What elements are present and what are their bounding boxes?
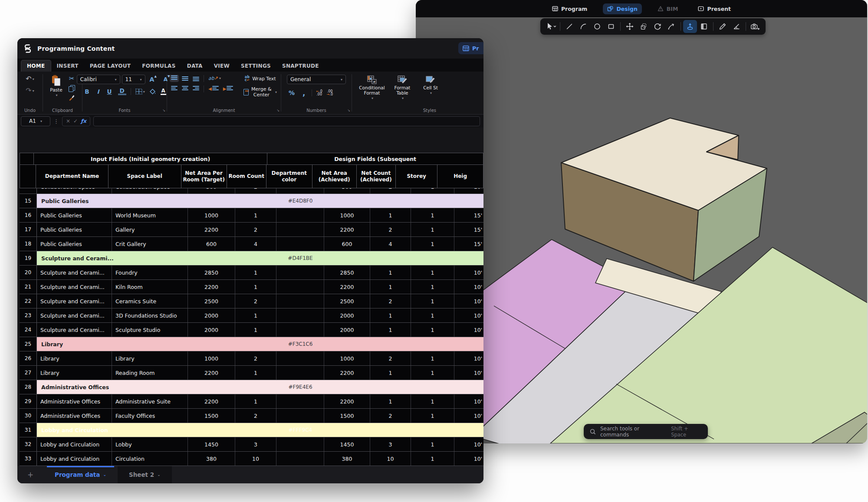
cell[interactable]: Collaboration Space — [112, 188, 188, 194]
cell[interactable]: 600 — [188, 237, 235, 251]
cell[interactable] — [276, 266, 324, 279]
cell[interactable]: 2500 — [188, 294, 235, 308]
cell[interactable]: 1 — [411, 223, 454, 236]
cell[interactable]: 2200 — [188, 366, 235, 380]
cell[interactable]: 1 — [411, 266, 454, 279]
cell[interactable]: Library — [37, 351, 112, 365]
cell[interactable]: Sculpture and Cerami... — [37, 323, 112, 337]
protractor-tool-button[interactable] — [730, 20, 743, 33]
cell[interactable]: 1 — [370, 266, 411, 279]
cell[interactable]: Crit Gallery — [112, 237, 188, 251]
cell[interactable]: 10' — [454, 188, 483, 194]
dialog-launcher-icon[interactable]: ↘ — [276, 108, 279, 112]
column-header[interactable]: Net Area (Achieved) — [312, 165, 357, 188]
cell[interactable]: 4 — [370, 237, 411, 251]
cell[interactable] — [276, 437, 324, 451]
align-top-button[interactable] — [170, 75, 179, 82]
cell[interactable]: 600 — [324, 237, 370, 251]
ribbon-tab-snaptrude[interactable]: SNAPTRUDE — [276, 60, 325, 72]
cell-styles-button[interactable]: Cell St ▾ — [419, 75, 442, 96]
arc-tool-button[interactable] — [576, 20, 590, 33]
formula-input[interactable] — [93, 116, 480, 126]
cell[interactable]: 1 — [370, 280, 411, 294]
row-header[interactable]: 28 — [20, 380, 37, 394]
department-group-band[interactable]: Public Galleries#E4D8F0 — [37, 194, 483, 208]
cell[interactable]: 10' — [454, 452, 483, 466]
cell[interactable]: Administrative Offices — [37, 394, 112, 408]
cell[interactable]: 4 — [235, 237, 276, 251]
cell[interactable]: 2850 — [324, 266, 370, 279]
conditional-format-button[interactable]: ≠ Conditional Format ▾ — [358, 75, 386, 101]
cell[interactable]: 2500 — [324, 294, 370, 308]
cell[interactable]: 15' — [454, 208, 483, 222]
cell[interactable]: Administrative Offices — [37, 409, 112, 423]
row-header[interactable]: 21 — [20, 280, 37, 294]
italic-button[interactable]: I — [94, 87, 102, 96]
row-header[interactable]: 22 — [20, 294, 37, 308]
cell[interactable] — [276, 351, 324, 365]
ribbon-tab-view[interactable]: VIEW — [208, 60, 235, 72]
cell[interactable]: 10' — [454, 294, 483, 308]
row-header[interactable]: 26 — [20, 351, 37, 365]
cell[interactable]: 2200 — [188, 394, 235, 408]
cell[interactable]: 2 — [235, 294, 276, 308]
wrap-text-button[interactable]: abc↵ Wrap Text — [242, 75, 278, 82]
insert-function-button[interactable]: ƒx — [81, 118, 86, 124]
cell[interactable]: 3D Foundations Studio — [112, 308, 188, 322]
measure-tool-button[interactable] — [716, 20, 730, 33]
cell[interactable]: Lobby and Circulation — [37, 452, 112, 466]
cell[interactable]: 1450 — [188, 437, 235, 451]
row-header[interactable]: 20 — [20, 266, 37, 279]
cell[interactable]: 380 — [324, 452, 370, 466]
cell[interactable] — [276, 188, 324, 194]
row-header[interactable]: 23 — [20, 308, 37, 322]
sheet-tab-sheet-2[interactable]: Sheet 2⌄ — [118, 466, 172, 483]
format-table-button[interactable]: Format Table ▾ — [388, 75, 416, 101]
program-mode-badge[interactable]: Pr — [458, 42, 483, 54]
cell[interactable] — [276, 394, 324, 408]
cell[interactable]: 10' — [454, 266, 483, 279]
cell[interactable]: 10' — [454, 366, 483, 380]
confirm-entry-button[interactable]: ✓ — [73, 118, 78, 124]
align-center-button[interactable] — [181, 85, 190, 92]
cell[interactable]: 1 — [370, 323, 411, 337]
row-header[interactable]: 15 — [20, 194, 37, 208]
cell[interactable]: 10' — [454, 308, 483, 322]
cell[interactable]: 1 — [235, 308, 276, 322]
row-header[interactable]: 18 — [20, 237, 37, 251]
cell[interactable]: 1 — [235, 366, 276, 380]
cell[interactable]: Faculty Offices — [112, 409, 188, 423]
cell[interactable]: Sculpture and Cerami... — [37, 280, 112, 294]
column-header[interactable]: Net Count (Achieved) — [357, 165, 396, 188]
cell[interactable]: 3 — [370, 437, 411, 451]
design-header-tab-bim[interactable]: BIM — [653, 3, 683, 14]
cell[interactable]: 1 — [235, 280, 276, 294]
ribbon-tab-settings[interactable]: SETTINGS — [235, 60, 276, 72]
cell[interactable] — [276, 208, 324, 222]
row-header[interactable]: 14 — [20, 188, 37, 194]
cell[interactable]: 10' — [454, 323, 483, 337]
underline-button[interactable]: U — [104, 87, 115, 96]
align-left-button[interactable] — [170, 85, 179, 92]
cell[interactable]: 2200 — [324, 394, 370, 408]
cell[interactable]: 1 — [235, 266, 276, 279]
row-header[interactable]: 29 — [20, 394, 37, 408]
font-name-select[interactable]: Calibri▾ — [77, 75, 120, 84]
cell[interactable]: 1000 — [188, 351, 235, 365]
cell[interactable] — [276, 452, 324, 466]
cell[interactable]: 2200 — [188, 280, 235, 294]
number-format-select[interactable]: General▾ — [287, 75, 346, 84]
cell[interactable]: Sculpture and Cerami... — [37, 308, 112, 322]
cell[interactable]: Lobby and Circulation — [37, 437, 112, 451]
cell[interactable]: 1 — [370, 208, 411, 222]
sheet-tab-program-data[interactable]: Program data⌄ — [43, 466, 118, 483]
cell[interactable]: 2850 — [188, 266, 235, 279]
cell[interactable] — [276, 308, 324, 322]
cell[interactable]: 2200 — [324, 223, 370, 236]
column-header[interactable]: Heig — [437, 165, 483, 188]
row-header[interactable]: 16 — [20, 208, 37, 222]
cell[interactable]: Lobby — [112, 437, 188, 451]
ribbon-tab-data[interactable]: DATA — [181, 60, 208, 72]
extrude-tool-button[interactable] — [683, 20, 697, 33]
rotate-tool-button[interactable] — [651, 20, 664, 33]
